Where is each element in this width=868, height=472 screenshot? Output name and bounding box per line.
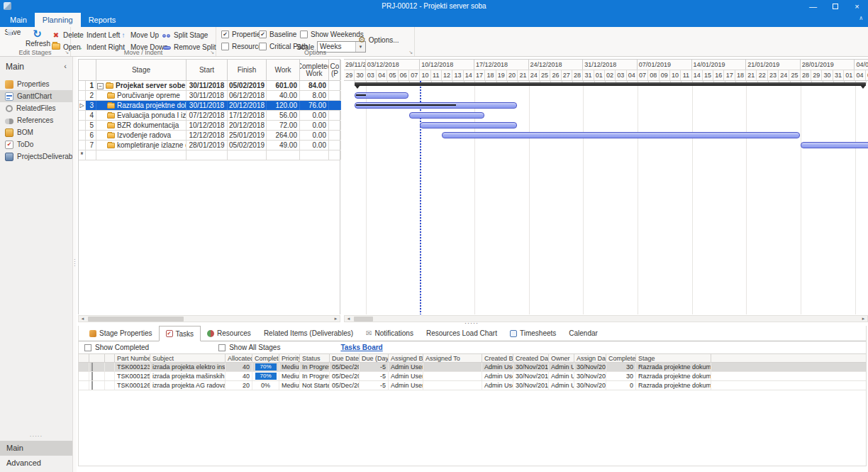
show-completed-checkbox[interactable]: Show Completed bbox=[84, 344, 149, 351]
task-checkbox-icon[interactable] bbox=[91, 363, 93, 371]
split-stage-button[interactable]: Split Stage bbox=[162, 30, 216, 40]
options-button[interactable]: ⚙ Options... bbox=[358, 35, 399, 45]
column-header[interactable]: Allocated bbox=[226, 354, 252, 362]
dialog-launcher-icon[interactable]: ↘ bbox=[210, 50, 214, 55]
sidebar-splitter[interactable]: ···· bbox=[73, 57, 77, 472]
column-header[interactable]: Due (Days) bbox=[360, 354, 389, 362]
column-header[interactable] bbox=[79, 60, 96, 80]
week-gridline bbox=[692, 81, 693, 314]
checkbox-icon bbox=[84, 344, 91, 351]
maximize-button[interactable] bbox=[824, 0, 846, 13]
move-up-button[interactable]: ↑Move Up bbox=[118, 30, 168, 40]
column-header[interactable]: Start bbox=[187, 60, 228, 80]
bottom-tab-stage-properties[interactable]: Stage Properties bbox=[83, 326, 159, 341]
stage-row[interactable]: 2Poručivanje opreme30/11/201806/12/20184… bbox=[79, 91, 340, 101]
gantt-bar[interactable] bbox=[355, 102, 517, 109]
bottom-tab-resources[interactable]: Resources bbox=[201, 326, 257, 341]
gantt-bar[interactable] bbox=[801, 142, 868, 148]
stage-row[interactable]: 1−Projekat server sobe30/11/201805/02/20… bbox=[79, 81, 340, 91]
minimize-button[interactable]: — bbox=[802, 0, 824, 13]
nav-group-main[interactable]: Main bbox=[0, 441, 72, 456]
bottom-tab-related-items-deliverables-[interactable]: Related Items (Deliverables) bbox=[257, 326, 360, 341]
bottom-tab-calendar[interactable]: Calendar bbox=[562, 326, 604, 341]
tab-reports[interactable]: Reports bbox=[81, 13, 124, 27]
gantt-bar[interactable] bbox=[420, 122, 517, 128]
column-header[interactable]: Completed bbox=[606, 354, 636, 362]
bottom-tab-tasks[interactable]: Tasks bbox=[159, 326, 201, 341]
stage-row[interactable]: 7kompletiranje izlazne doku...28/01/2019… bbox=[79, 141, 340, 150]
scroll-right-icon[interactable]: ► bbox=[332, 317, 340, 321]
task-checkbox-icon[interactable] bbox=[91, 381, 93, 390]
column-header[interactable]: Work bbox=[267, 60, 300, 80]
bottom-tab-notifications[interactable]: ✉Notifications bbox=[360, 326, 420, 341]
task-checkbox-icon[interactable] bbox=[91, 372, 93, 380]
column-header[interactable] bbox=[89, 354, 105, 362]
indent-left-button[interactable]: ←Indent Left bbox=[74, 30, 125, 40]
splitter-dots-icon[interactable]: ····· bbox=[0, 434, 72, 441]
bottom-tab-resources-load-chart[interactable]: Resources Load Chart bbox=[420, 326, 503, 341]
sidebar-item-properties[interactable]: Properties bbox=[0, 78, 72, 90]
column-header[interactable]: Part Number bbox=[115, 354, 150, 362]
column-header[interactable]: Assign Date bbox=[574, 354, 606, 362]
column-header[interactable] bbox=[79, 354, 89, 362]
bottom-tab-timesheets[interactable]: Timesheets bbox=[503, 326, 562, 341]
scroll-left-icon[interactable]: ◄ bbox=[345, 317, 352, 321]
sidebar-item-relatedfiles[interactable]: RelatedFiles bbox=[0, 102, 72, 114]
scroll-left-icon[interactable]: ◄ bbox=[79, 317, 87, 321]
summary-bar[interactable] bbox=[355, 82, 866, 86]
column-header[interactable]: Complete bbox=[252, 354, 279, 362]
column-header[interactable]: Stage bbox=[96, 60, 187, 80]
stage-row[interactable]: ▷3Razrada projektne dokume...30/11/20182… bbox=[79, 101, 340, 111]
sidebar-item-projectsdeliverables[interactable]: ProjectsDeliverables bbox=[0, 150, 72, 163]
collapse-left-icon[interactable]: ‹ bbox=[64, 62, 67, 70]
tab-main[interactable]: Main bbox=[2, 13, 35, 27]
scrollbar-thumb[interactable] bbox=[354, 317, 373, 322]
stage-row[interactable]: 5BZR dokumentacija10/12/201820/12/201872… bbox=[79, 121, 340, 131]
column-header[interactable]: Assigned To bbox=[423, 354, 482, 362]
scroll-right-icon[interactable]: ► bbox=[859, 317, 867, 321]
stage-row[interactable]: 6Izvođenje radova12/12/201825/01/2019264… bbox=[79, 131, 340, 141]
cell bbox=[300, 150, 329, 160]
column-header[interactable] bbox=[105, 354, 115, 362]
gantt-bar[interactable] bbox=[355, 92, 408, 99]
column-header[interactable]: Created Date bbox=[513, 354, 549, 362]
tab-planning[interactable]: Planning bbox=[35, 13, 81, 27]
scrollbar-thumb[interactable] bbox=[88, 317, 184, 322]
show-all-stages-checkbox[interactable]: Show All Stages bbox=[218, 344, 280, 351]
dialog-launcher-icon[interactable]: ↘ bbox=[65, 50, 69, 55]
sidebar-item-bom[interactable]: BOM bbox=[0, 126, 72, 138]
table-horizontal-scrollbar[interactable]: ◄ ► bbox=[78, 315, 340, 322]
horizontal-splitter[interactable]: ····· bbox=[425, 321, 518, 326]
task-row[interactable]: TSK000123izrada projekta elektro instala… bbox=[79, 363, 866, 372]
chart-horizontal-scrollbar[interactable]: ◄ ► bbox=[344, 315, 868, 322]
ribbon-collapse-icon[interactable]: ∧ bbox=[859, 15, 863, 21]
sidebar-item-todo[interactable]: ToDo bbox=[0, 138, 72, 150]
column-header[interactable]: Co (P bbox=[329, 60, 341, 80]
task-row[interactable]: TSK000125izrada projekta mašinskih insta… bbox=[79, 372, 866, 381]
column-header[interactable]: Completed Work bbox=[300, 60, 329, 80]
column-header[interactable]: Created By bbox=[482, 354, 513, 362]
ribbon-checkbox-show-weekends[interactable]: Show Weekends bbox=[300, 29, 364, 39]
column-header[interactable]: Finish bbox=[228, 60, 267, 80]
gantt-bar[interactable] bbox=[442, 132, 800, 138]
collapse-toggle-icon[interactable]: − bbox=[97, 83, 104, 89]
tasks-board-link[interactable]: Tasks Board bbox=[340, 344, 382, 351]
save-button[interactable]: Save bbox=[2, 28, 23, 36]
task-row[interactable]: TSK000126izrada projekta AG radova200%Me… bbox=[79, 381, 866, 390]
refresh-button[interactable]: ↻ Refresh bbox=[26, 28, 49, 48]
new-stage-row[interactable]: * bbox=[79, 150, 340, 160]
column-header[interactable]: Subject bbox=[150, 354, 226, 362]
column-header[interactable]: Due Date bbox=[330, 354, 360, 362]
column-header[interactable]: Assigned By bbox=[389, 354, 423, 362]
sidebar-item-references[interactable]: References bbox=[0, 114, 72, 126]
column-header[interactable]: Status bbox=[300, 354, 330, 362]
column-header[interactable]: Priority bbox=[279, 354, 300, 362]
stage-row[interactable]: 4Evaluacija ponuda I izbor p...07/12/201… bbox=[79, 111, 340, 121]
dialog-launcher-icon[interactable]: ↘ bbox=[408, 50, 413, 55]
close-button[interactable]: × bbox=[846, 0, 868, 13]
gantt-bar[interactable] bbox=[409, 112, 484, 119]
nav-group-advanced[interactable]: Advanced bbox=[0, 456, 72, 471]
sidebar-item-ganttchart[interactable]: GanttChart bbox=[0, 90, 72, 102]
column-header[interactable]: Owner bbox=[549, 354, 574, 362]
column-header[interactable]: Stage bbox=[636, 354, 711, 362]
